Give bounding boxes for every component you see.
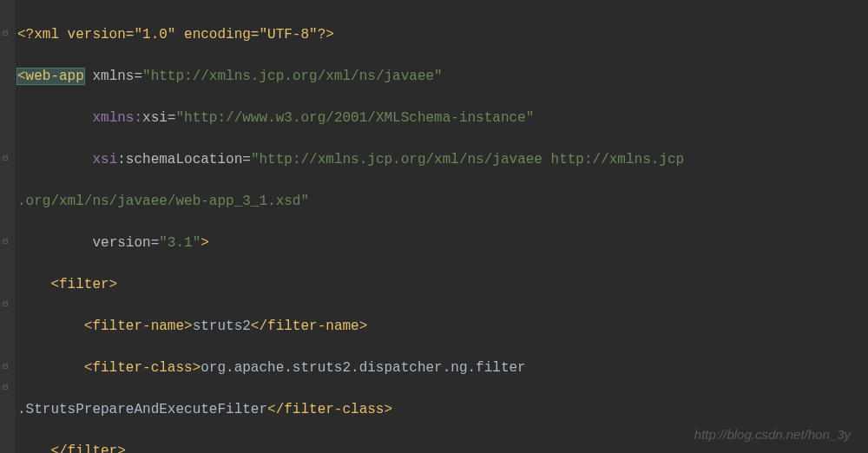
code-line: <web-app xmlns="http://xmlns.jcp.org/xml… <box>0 66 868 87</box>
code-line: xmlns:xsi="http://www.w3.org/2001/XMLSch… <box>0 108 868 128</box>
fold-marker-icon[interactable]: ⊟ <box>3 380 13 391</box>
open-tag-filter: <filter> <box>50 277 117 292</box>
code-line: <filter-name>struts2</filter-name> <box>0 316 868 337</box>
code-line: <?xml version="1.0" encoding="UTF-8"?> <box>0 24 868 45</box>
fold-marker-icon[interactable]: ⊟ <box>3 26 13 36</box>
fold-marker-icon[interactable]: ⊟ <box>3 297 13 307</box>
fold-marker-icon[interactable]: ⊟ <box>3 151 13 161</box>
open-tag-webapp: <web-app <box>17 69 84 84</box>
code-editor[interactable]: <?xml version="1.0" encoding="UTF-8"?> <… <box>0 0 868 453</box>
code-line: .org/xml/ns/javaee/web-app_3_1.xsd" <box>0 191 868 212</box>
code-line: xsi:schemaLocation="http://xmlns.jcp.org… <box>0 149 868 170</box>
code-line: version="3.1"> <box>0 233 868 253</box>
code-line: <filter> <box>0 274 868 295</box>
code-line: .StrutsPrepareAndExecuteFilter</filter-c… <box>0 399 868 420</box>
code-line: <filter-class>org.apache.struts2.dispatc… <box>0 358 868 378</box>
fold-marker-icon[interactable]: ⊟ <box>3 234 13 245</box>
xml-declaration: <?xml version="1.0" encoding="UTF-8"?> <box>17 27 334 43</box>
close-tag-filter: </filter> <box>50 443 125 453</box>
editor-gutter: ⊟ ⊟ ⊟ ⊟ ⊟ ⊟ <box>0 0 16 453</box>
watermark-text: http://blog.csdn.net/hon_3y <box>694 425 851 445</box>
fold-marker-icon[interactable]: ⊟ <box>3 359 13 370</box>
